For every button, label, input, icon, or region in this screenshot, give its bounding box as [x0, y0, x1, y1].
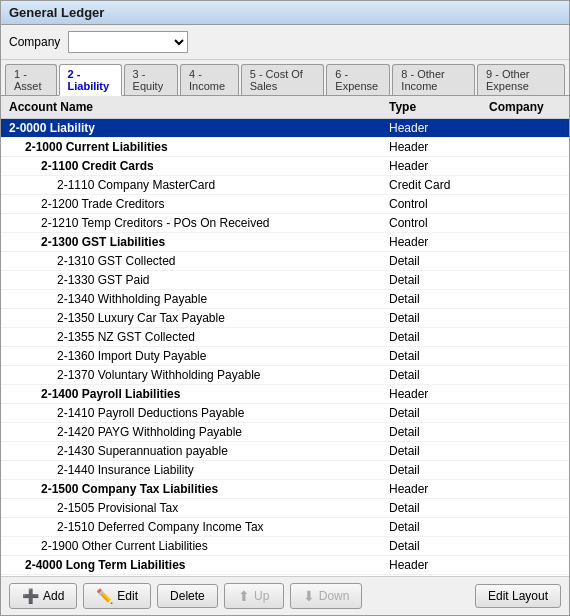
- account-type: Detail: [385, 272, 485, 288]
- tab-expense[interactable]: 6 - Expense: [326, 64, 390, 95]
- window-title: General Ledger: [9, 5, 104, 20]
- table-row[interactable]: 2-1100 Credit CardsHeader: [1, 157, 569, 176]
- up-button[interactable]: ⬆ Up: [224, 583, 284, 609]
- table-row[interactable]: 2-1400 Payroll LiabilitiesHeader: [1, 385, 569, 404]
- tabs-bar: 1 - Asset2 - Liability3 - Equity4 - Inco…: [1, 60, 569, 96]
- account-name: 2-1370 Voluntary Withholding Payable: [5, 367, 385, 383]
- account-name: 2-1300 GST Liabilities: [5, 234, 385, 250]
- account-name: 2-1200 Trade Creditors: [5, 196, 385, 212]
- account-name: 2-0000 Liability: [5, 120, 385, 136]
- add-button[interactable]: ➕ Add: [9, 583, 77, 609]
- table-row[interactable]: 2-1500 Company Tax LiabilitiesHeader: [1, 480, 569, 499]
- table-row[interactable]: 2-1440 Insurance LiabilityDetail: [1, 461, 569, 480]
- account-type: Detail: [385, 367, 485, 383]
- down-button[interactable]: ⬇ Down: [290, 583, 363, 609]
- account-name: 2-1500 Company Tax Liabilities: [5, 481, 385, 497]
- table-row[interactable]: 2-1310 GST CollectedDetail: [1, 252, 569, 271]
- account-type: Header: [385, 139, 485, 155]
- account-type: Header: [385, 557, 485, 573]
- account-company: [485, 336, 565, 338]
- delete-button[interactable]: Delete: [157, 584, 218, 608]
- add-icon: ➕: [22, 588, 39, 604]
- account-name: 2-1210 Temp Creditors - POs On Received: [5, 215, 385, 231]
- table-row[interactable]: 2-1410 Payroll Deductions PayableDetail: [1, 404, 569, 423]
- table-row[interactable]: 2-1330 GST PaidDetail: [1, 271, 569, 290]
- account-company: [485, 222, 565, 224]
- table-header: Account Name Type Company: [1, 96, 569, 119]
- add-label: Add: [43, 589, 64, 603]
- account-type: Detail: [385, 253, 485, 269]
- tab-cost-of-sales[interactable]: 5 - Cost Of Sales: [241, 64, 325, 95]
- table-row[interactable]: 2-1300 GST LiabilitiesHeader: [1, 233, 569, 252]
- account-type: Header: [385, 386, 485, 402]
- table-row[interactable]: 2-1360 Import Duty PayableDetail: [1, 347, 569, 366]
- table-row[interactable]: 2-0000 LiabilityHeader: [1, 119, 569, 138]
- tab-equity[interactable]: 3 - Equity: [124, 64, 178, 95]
- table-row[interactable]: 2-1210 Temp Creditors - POs On ReceivedC…: [1, 214, 569, 233]
- account-company: [485, 507, 565, 509]
- toolbar: Company: [1, 25, 569, 60]
- edit-icon: ✏️: [96, 588, 113, 604]
- tab-other-expense[interactable]: 9 - Other Expense: [477, 64, 565, 95]
- edit-layout-button[interactable]: Edit Layout: [475, 584, 561, 608]
- table-row[interactable]: 2-1420 PAYG Withholding PayableDetail: [1, 423, 569, 442]
- edit-layout-label: Edit Layout: [488, 589, 548, 603]
- account-type: Detail: [385, 538, 485, 554]
- table-row[interactable]: 2-1505 Provisional TaxDetail: [1, 499, 569, 518]
- account-company: [485, 431, 565, 433]
- table-row[interactable]: 2-1510 Deferred Company Income TaxDetail: [1, 518, 569, 537]
- table-row[interactable]: 2-1340 Withholding PayableDetail: [1, 290, 569, 309]
- table-row[interactable]: 2-1000 Current LiabilitiesHeader: [1, 138, 569, 157]
- account-name: 2-1900 Other Current Liabilities: [5, 538, 385, 554]
- account-type: Control: [385, 196, 485, 212]
- down-label: Down: [319, 589, 350, 603]
- tab-asset[interactable]: 1 - Asset: [5, 64, 57, 95]
- table-row[interactable]: 2-1370 Voluntary Withholding PayableDeta…: [1, 366, 569, 385]
- account-company: [485, 260, 565, 262]
- account-company: [485, 393, 565, 395]
- account-company: [485, 545, 565, 547]
- account-type: Detail: [385, 405, 485, 421]
- table-row[interactable]: 2-4000 Long Term LiabilitiesHeader: [1, 556, 569, 575]
- table-row[interactable]: 2-1350 Luxury Car Tax PayableDetail: [1, 309, 569, 328]
- account-type: Header: [385, 481, 485, 497]
- edit-button[interactable]: ✏️ Edit: [83, 583, 151, 609]
- table-row[interactable]: 2-1200 Trade CreditorsControl: [1, 195, 569, 214]
- account-name: 2-1100 Credit Cards: [5, 158, 385, 174]
- account-name: 2-1355 NZ GST Collected: [5, 329, 385, 345]
- company-select[interactable]: [68, 31, 188, 53]
- footer-toolbar: ➕ Add ✏️ Edit Delete ⬆ Up ⬇ Down Edit La…: [1, 576, 569, 615]
- header-account-name: Account Name: [5, 98, 385, 116]
- account-type: Detail: [385, 424, 485, 440]
- company-label: Company: [9, 35, 60, 49]
- tab-liability[interactable]: 2 - Liability: [59, 64, 122, 96]
- table-body[interactable]: 2-0000 LiabilityHeader2-1000 Current Lia…: [1, 119, 569, 576]
- account-company: [485, 146, 565, 148]
- account-name: 2-1110 Company MasterCard: [5, 177, 385, 193]
- account-company: [485, 127, 565, 129]
- account-name: 2-1360 Import Duty Payable: [5, 348, 385, 364]
- account-type: Detail: [385, 291, 485, 307]
- account-company: [485, 241, 565, 243]
- table-row[interactable]: 2-1900 Other Current LiabilitiesDetail: [1, 537, 569, 556]
- delete-label: Delete: [170, 589, 205, 603]
- account-name: 2-1505 Provisional Tax: [5, 500, 385, 516]
- account-type: Detail: [385, 329, 485, 345]
- tab-other-income[interactable]: 8 - Other Income: [392, 64, 475, 95]
- account-name: 2-1330 GST Paid: [5, 272, 385, 288]
- account-name: 2-1510 Deferred Company Income Tax: [5, 519, 385, 535]
- account-name: 2-1340 Withholding Payable: [5, 291, 385, 307]
- account-company: [485, 165, 565, 167]
- table-row[interactable]: 2-1110 Company MasterCardCredit Card: [1, 176, 569, 195]
- account-type: Detail: [385, 310, 485, 326]
- account-type: Header: [385, 120, 485, 136]
- table-row[interactable]: 2-1430 Superannuation payableDetail: [1, 442, 569, 461]
- account-company: [485, 564, 565, 566]
- tab-income[interactable]: 4 - Income: [180, 64, 239, 95]
- account-type: Control: [385, 215, 485, 231]
- account-company: [485, 203, 565, 205]
- account-company: [485, 355, 565, 357]
- account-type: Detail: [385, 500, 485, 516]
- edit-label: Edit: [117, 589, 138, 603]
- table-row[interactable]: 2-1355 NZ GST CollectedDetail: [1, 328, 569, 347]
